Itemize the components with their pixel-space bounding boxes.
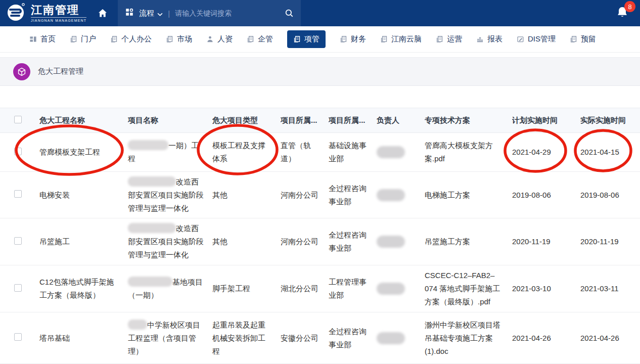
tab-hr[interactable]: 人资 [206,34,233,44]
cell-department: 全过程咨询事业部 [329,229,377,255]
cell-planned-date: 2019-08-06 [512,189,580,202]
process-search-panel: 流程 | [118,0,301,26]
tab-label: 预留 [581,34,596,44]
tab-label: 企管 [258,34,273,44]
tab-project-management[interactable]: 项管 [287,30,326,48]
tab-label: 市场 [177,34,192,44]
app-window: 江南管理 JIANGNAN MANAGEMENT 流程 [0,0,640,364]
col-header: 危大项目类型 [212,116,281,125]
app-grid-icon[interactable] [125,8,134,19]
cell-owner [377,189,425,201]
col-header: 危大工程名称 [39,116,128,125]
tab-enterprise[interactable]: 企管 [247,34,273,44]
tab-finance[interactable]: 财务 [340,34,366,44]
edit-icon [517,35,524,43]
brand-name: 江南管理 [31,5,86,16]
dangerous-projects-table: 危大工程名称 项目名称 危大项目类型 项目所属... 项目所属... 负责人 专… [0,108,640,364]
cell-name: 管廊模板支架工程 [39,146,128,159]
bell-icon [616,12,629,20]
home-icon[interactable] [98,8,108,18]
page-title: 危大工程管理 [38,67,83,76]
person-icon [206,35,214,43]
cell-type: 脚手架工程 [212,282,281,295]
redacted-text [128,176,176,187]
doc-icon [166,35,173,43]
tab-label: 江南云脑 [391,34,422,44]
row-checkbox[interactable] [14,148,22,155]
tab-label: 门户 [81,34,96,44]
cell-department: 全过程咨询事业部 [329,325,377,351]
cell-owner [377,146,425,158]
tab-portal[interactable]: 门户 [70,34,96,44]
col-header: 实际实施时间 [580,116,640,125]
jiangnan-logo-icon [6,2,26,24]
table-row: 吊篮施工 改造西部安置区项目实施阶段管理与监理一体化 其他 河南分公司 全过程咨… [0,218,640,265]
tab-label: 首页 [40,34,56,44]
col-header: 项目名称 [128,116,212,125]
row-checkbox[interactable] [14,190,22,198]
dashboard-icon [29,35,37,43]
cell-planned-date: 2021-03-10 [512,282,580,295]
search-icon[interactable] [285,9,294,18]
cell-region: 河南分公司 [281,189,329,202]
row-checkbox[interactable] [14,284,22,292]
tab-market[interactable]: 市场 [166,34,192,44]
top-bar: 江南管理 JIANGNAN MANAGEMENT 流程 [0,0,640,26]
tab-label: 报表 [487,34,502,44]
cell-name: 吊篮施工 [39,235,128,248]
cell-owner [377,332,425,344]
tab-reports[interactable]: 报表 [476,34,502,44]
brand-subtitle: JIANGNAN MANAGEMENT [31,17,86,22]
tab-home[interactable]: 首页 [29,34,56,44]
doc-icon [110,35,118,43]
row-checkbox[interactable] [14,237,22,245]
redacted-text [128,223,176,233]
cell-actual-date: 2021-03-11 [580,282,640,295]
doc-icon [70,35,77,43]
cell-planned-date: 2020-11-19 [512,235,580,248]
brand-logo[interactable]: 江南管理 JIANGNAN MANAGEMENT [6,2,86,24]
cell-name: 电梯安装 [39,189,128,202]
notification-badge: 8 [624,1,635,12]
cell-region: 直管（轨道） [281,139,329,165]
notification-bell[interactable]: 8 [616,6,629,21]
cell-region: 河南分公司 [281,235,329,248]
cell-region: 湖北分公司 [281,282,329,295]
cell-department: 基础设施事业部 [329,139,377,165]
doc-icon [247,35,254,43]
cell-actual-date: 2021-04-26 [580,332,640,345]
col-header: 项目所属... [281,116,329,125]
table-header-row: 危大工程名称 项目名称 危大项目类型 项目所属... 项目所属... 负责人 专… [0,108,640,133]
tab-label: 项管 [304,34,319,44]
process-dropdown-label: 流程 [139,9,154,18]
col-header: 专项技术方案 [425,116,512,125]
cell-plan-doc: CSCEC-C12–FAB2–074 落地式脚手架施工方案（最终版）.pdf [425,269,512,308]
bar-chart-icon [476,35,484,43]
process-dropdown[interactable]: 流程 [139,9,163,18]
doc-icon [340,35,347,43]
doc-icon [380,35,388,43]
cell-actual-date: 2020-11-19 [580,235,640,248]
col-header: 计划实施时间 [512,116,580,125]
tab-personal-office[interactable]: 个人办公 [110,34,152,44]
cell-project: 基地项目（一期） [128,276,212,302]
cell-planned-date: 2021-04-26 [512,332,580,345]
redacted-owner [377,332,405,344]
main-nav: 首页 门户 个人办公 市场 人资 企管 项管 财务 [0,26,640,53]
cell-type: 模板工程及支撑体系 [212,139,281,165]
table-row: 塔吊基础 中学新校区项目工程监理（含项目管理） 起重吊装及起重机械安装拆卸工程 … [0,312,640,364]
tab-operations[interactable]: 运营 [436,34,462,44]
tab-label: 财务 [351,34,366,44]
search-input[interactable] [175,9,280,17]
tab-reserved[interactable]: 预留 [570,34,596,44]
col-header: 项目所属... [329,116,377,125]
row-checkbox[interactable] [14,333,22,341]
tab-label: 个人办公 [121,34,152,44]
tab-cloud-brain[interactable]: 江南云脑 [380,34,422,44]
select-all-checkbox[interactable] [14,116,22,123]
chevron-down-icon [157,9,163,18]
doc-icon [570,35,577,43]
tab-dis-management[interactable]: DIS管理 [517,34,556,44]
cell-name: C12包落地式脚手架施工方案（最终版） [39,276,128,302]
redacted-owner [377,236,405,248]
